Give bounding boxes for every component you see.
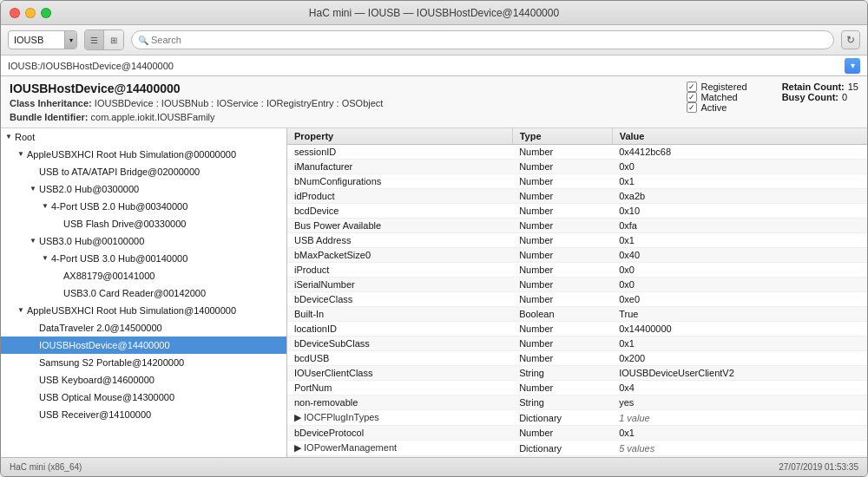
property-name: ▶ IOCFPlugInTypes — [287, 410, 512, 426]
property-value: 0x0 — [612, 160, 867, 174]
close-button[interactable] — [10, 8, 20, 18]
minimize-button[interactable] — [25, 8, 36, 18]
property-name: idProduct — [287, 189, 512, 204]
tree-item[interactable]: ▼USB2.0 Hub@0300000 — [1, 180, 286, 198]
table-row[interactable]: PortNumNumber0x4 — [287, 381, 867, 395]
chevron-down-icon: ▾ — [64, 31, 76, 49]
table-row[interactable]: bNumConfigurationsNumber0x1 — [287, 174, 867, 189]
table-row[interactable]: ▶ IOPowerManagementDictionary5 values — [287, 441, 867, 456]
registered-label: Registered — [700, 82, 746, 92]
table-row[interactable]: bDeviceSubClassNumber0x1 — [287, 337, 867, 351]
tree-item[interactable]: ▼AppleUSBXHCI Root Hub Simulation@000000… — [1, 146, 286, 163]
property-value: 0x14400000 — [612, 322, 867, 337]
tree-item[interactable]: USB Keyboard@14600000 — [1, 371, 286, 389]
list-view-button[interactable]: ☰ — [85, 30, 104, 49]
tree-item[interactable]: USB Flash Drive@00330000 — [1, 215, 286, 232]
maximize-button[interactable] — [41, 8, 51, 18]
tree-expand-arrow: ▼ — [16, 147, 25, 161]
table-row[interactable]: IOUserClientClassStringIOUSBDeviceUserCl… — [287, 366, 867, 381]
property-value: 0x0 — [612, 278, 867, 292]
search-input[interactable] — [131, 30, 834, 49]
registered-checkbox[interactable] — [687, 82, 697, 92]
service-dropdown[interactable]: IOUSB ▾ — [8, 30, 77, 49]
table-row[interactable]: bcdDeviceNumber0x10 — [287, 204, 867, 219]
table-row[interactable]: Built-InBooleanTrue — [287, 307, 867, 322]
table-row[interactable]: USB AddressNumber0x1 — [287, 233, 867, 248]
tree-item[interactable]: USB3.0 Card Reader@00142000 — [1, 284, 286, 302]
property-value: 0x10 — [612, 204, 867, 219]
table-row[interactable]: iProductNumber0x0 — [287, 263, 867, 278]
table-body: sessionIDNumber0x4412bc68iManufacturerNu… — [287, 145, 867, 458]
property-name: locationID — [287, 322, 512, 337]
status-left: HaC mini (x86_64) — [10, 462, 82, 472]
device-title: IOUSBHostDevice@14400000 — [10, 82, 687, 95]
table-row[interactable]: bDeviceProtocolNumber0x1 — [287, 426, 867, 441]
table-row[interactable]: idProductNumber0xa2b — [287, 189, 867, 204]
property-value: 0x4 — [612, 381, 867, 395]
property-type: Number — [512, 337, 612, 351]
property-name: bcdUSB — [287, 351, 512, 366]
table-row[interactable]: bcdUSBNumber0x200 — [287, 351, 867, 366]
table-row[interactable]: iManufacturerNumber0x0 — [287, 160, 867, 174]
tree-expand-arrow: ▼ — [16, 304, 25, 317]
tree-item[interactable]: ▼Root — [1, 128, 286, 146]
list-icon: ☰ — [90, 36, 98, 45]
tree-expand-arrow: ▼ — [4, 130, 13, 144]
tree-item[interactable]: ▼4-Port USB 2.0 Hub@00340000 — [1, 198, 286, 215]
table-row[interactable]: iSerialNumberNumber0x0 — [287, 278, 867, 292]
status-right: 27/07/2019 01:53:35 — [779, 462, 858, 472]
active-checkbox[interactable] — [687, 102, 697, 113]
matched-checkbox[interactable] — [687, 92, 697, 102]
tree-item[interactable]: USB Optical Mouse@14300000 — [1, 389, 286, 406]
chevron-down-icon: ▾ — [851, 61, 855, 70]
property-value: 0x4412bc68 — [612, 145, 867, 160]
traffic-lights — [10, 8, 51, 18]
property-name: iManufacturer — [287, 160, 512, 174]
property-name: USB Address — [287, 233, 512, 248]
search-wrapper: 🔍 — [131, 30, 834, 49]
tree-item-label: AppleUSBXHCI Root Hub Simulation@0000000… — [25, 147, 236, 161]
tree-item[interactable]: AX88179@00141000 — [1, 267, 286, 284]
table-panel[interactable]: Property Type Value sessionIDNumber0x441… — [287, 128, 867, 457]
table-row[interactable]: bDeviceClassNumber0xe0 — [287, 292, 867, 307]
pathbar-button[interactable]: ▾ — [845, 58, 860, 74]
property-name: bMaxPacketSize0 — [287, 248, 512, 263]
property-name: IOUserClientClass — [287, 366, 512, 381]
class-label: Class Inheritance: — [10, 98, 92, 108]
property-value: 0xa2b — [612, 189, 867, 204]
property-type: Number — [512, 322, 612, 337]
tree-item[interactable]: IOUSBHostDevice@14400000 — [1, 337, 286, 354]
window-title: HaC mini — IOUSB — IOUSBHostDevice@14400… — [309, 7, 559, 19]
table-row[interactable]: non-removableStringyes — [287, 395, 867, 410]
property-type: Number — [512, 189, 612, 204]
grid-view-button[interactable]: ⊞ — [104, 30, 123, 49]
refresh-button[interactable]: ↻ — [841, 30, 860, 49]
property-value: True — [612, 307, 867, 322]
tree-item[interactable]: ▼4-Port USB 3.0 Hub@00140000 — [1, 250, 286, 267]
property-name: ▶ IOPowerManagement — [287, 441, 512, 456]
bundle-identifier: Bundle Identifier: com.apple.iokit.IOUSB… — [10, 112, 687, 122]
property-type: Number — [512, 233, 612, 248]
table-row[interactable]: bMaxPacketSize0Number0x40 — [287, 248, 867, 263]
checkboxes: Registered Matched Active — [687, 82, 746, 113]
table-row[interactable]: Bus Power AvailableNumber0xfa — [287, 219, 867, 233]
property-type: Number — [512, 248, 612, 263]
tree-item[interactable]: USB to ATA/ATAPI Bridge@02000000 — [1, 163, 286, 180]
tree-item[interactable]: USB Receiver@14100000 — [1, 406, 286, 423]
table-row[interactable]: sessionIDNumber0x4412bc68 — [287, 145, 867, 160]
tree-item[interactable]: DataTraveler 2.0@14500000 — [1, 319, 286, 337]
bundle-value: com.apple.iokit.IOUSBFamily — [91, 112, 215, 122]
view-toggle: ☰ ⊞ — [84, 29, 124, 50]
tree-panel[interactable]: ▼Root▼AppleUSBXHCI Root Hub Simulation@0… — [1, 128, 287, 457]
retain-count-value: 15 — [848, 82, 858, 92]
grid-icon: ⊞ — [110, 36, 117, 45]
tree-item[interactable]: ▼USB3.0 Hub@00100000 — [1, 232, 286, 250]
tree-item[interactable]: Samsung S2 Portable@14200000 — [1, 354, 286, 371]
matched-row: Matched — [687, 92, 746, 102]
property-type: Number — [512, 145, 612, 160]
table-row[interactable]: ▶ IOCFPlugInTypesDictionary1 value — [287, 410, 867, 426]
table-row[interactable]: locationIDNumber0x14400000 — [287, 322, 867, 337]
pathbar: IOUSB:/IOUSBHostDevice@14400000 ▾ — [1, 56, 867, 76]
property-name: iProduct — [287, 263, 512, 278]
tree-item[interactable]: ▼AppleUSBXHCI Root Hub Simulation@140000… — [1, 302, 286, 319]
